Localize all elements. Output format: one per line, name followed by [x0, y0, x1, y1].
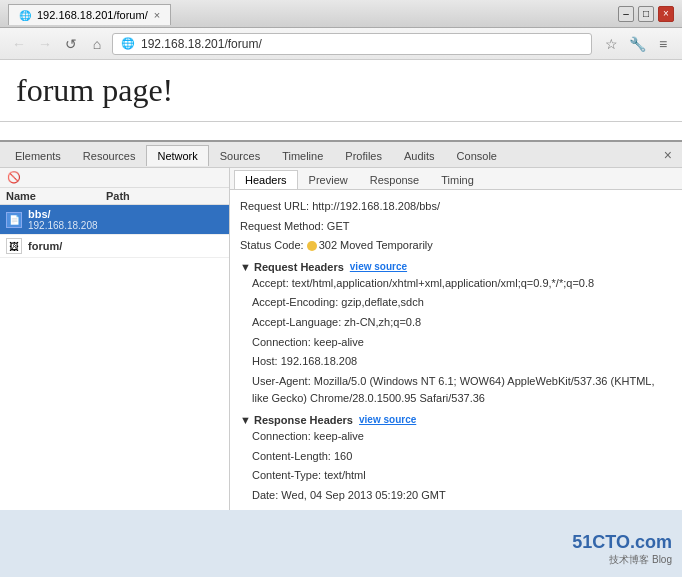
- status-code-row: Status Code: 302 Moved Temporarily: [240, 237, 672, 255]
- item-info: bbs/ 192.168.18.208: [28, 208, 98, 231]
- network-right-panel: Headers Preview Response Timing Request …: [230, 168, 682, 510]
- accept-encoding-row: Accept-Encoding: gzip,deflate,sdch: [252, 294, 672, 312]
- location-row: Location: http://192.168.18.201/forum/: [252, 506, 672, 510]
- tab-title: 192.168.18.201/forum/: [37, 9, 148, 21]
- status-code-val: 302 Moved Temporarily: [307, 239, 433, 251]
- address-bar[interactable]: 🌐 192.168.18.201/forum/: [112, 33, 592, 55]
- network-toolbar: 🚫: [0, 168, 229, 188]
- request-headers-section: ▼ Request Headers view source: [240, 261, 672, 273]
- tab-favicon: 🌐: [19, 10, 31, 21]
- extension-button[interactable]: 🔧: [626, 33, 648, 55]
- connection-row: Connection: keep-alive: [252, 334, 672, 352]
- network-items-list: 📄 bbs/ 192.168.18.208 🖼 forum/: [0, 205, 229, 510]
- devtools-tab-bar: Elements Resources Network Sources Timel…: [0, 142, 682, 168]
- response-headers-label: ▼ Response Headers: [240, 414, 353, 426]
- network-item[interactable]: 📄 bbs/ 192.168.18.208: [0, 205, 229, 235]
- tab-resources[interactable]: Resources: [72, 145, 147, 166]
- item-name: bbs/: [28, 208, 98, 220]
- conn2-row: Connection: keep-alive: [252, 428, 672, 446]
- item-icon: 🖼: [6, 238, 22, 254]
- browser-tab[interactable]: 🌐 192.168.18.201/forum/ ×: [8, 4, 171, 25]
- detail-tabs: Headers Preview Response Timing: [230, 168, 682, 190]
- content-length-row: Content-Length: 160: [252, 448, 672, 466]
- request-url-row: Request URL: http://192.168.18.208/bbs/: [240, 198, 672, 216]
- address-text: 192.168.18.201/forum/: [141, 37, 583, 51]
- column-headers: Name Path: [0, 188, 229, 205]
- response-headers-section: ▼ Response Headers view source: [240, 414, 672, 426]
- tab-sources[interactable]: Sources: [209, 145, 271, 166]
- request-url-label: Request URL:: [240, 200, 309, 212]
- view-source-request[interactable]: view source: [350, 261, 407, 272]
- tab-preview[interactable]: Preview: [298, 170, 359, 189]
- content-type-row: Content-Type: text/html: [252, 467, 672, 485]
- page-heading: forum page!: [16, 72, 666, 109]
- status-code-label: Status Code:: [240, 239, 304, 251]
- minimize-button[interactable]: –: [618, 6, 634, 22]
- tab-network[interactable]: Network: [146, 145, 208, 166]
- close-button[interactable]: ×: [658, 6, 674, 22]
- tab-headers[interactable]: Headers: [234, 170, 298, 189]
- maximize-button[interactable]: □: [638, 6, 654, 22]
- accept-language-row: Accept-Language: zh-CN,zh;q=0.8: [252, 314, 672, 332]
- request-method-label: Request Method:: [240, 220, 324, 232]
- watermark: 51CTO.com 技术博客 Blog: [572, 532, 672, 567]
- browser-content: forum page!: [0, 60, 682, 140]
- navigation-bar: ← → ↺ ⌂ 🌐 192.168.18.201/forum/ ☆ 🔧 ≡: [0, 28, 682, 60]
- host-row: Host: 192.168.18.208: [252, 353, 672, 371]
- item-icon: 📄: [6, 212, 22, 228]
- tab-timeline[interactable]: Timeline: [271, 145, 334, 166]
- network-left-panel: 🚫 Name Path 📄 bbs/ 192.168.18.208 🖼 f: [0, 168, 230, 510]
- path-column-header: Path: [106, 190, 130, 202]
- tab-profiles[interactable]: Profiles: [334, 145, 393, 166]
- home-button[interactable]: ⌂: [86, 33, 108, 55]
- headers-content: Request URL: http://192.168.18.208/bbs/ …: [230, 190, 682, 510]
- item-host: 192.168.18.208: [28, 220, 98, 231]
- request-headers-label: ▼ Request Headers: [240, 261, 344, 273]
- back-button[interactable]: ←: [8, 33, 30, 55]
- devtools-panel: Elements Resources Network Sources Timel…: [0, 140, 682, 510]
- name-column-header: Name: [6, 190, 106, 202]
- tab-timing[interactable]: Timing: [430, 170, 485, 189]
- status-icon: [307, 241, 317, 251]
- forward-button[interactable]: →: [34, 33, 56, 55]
- request-url-val: http://192.168.18.208/bbs/: [312, 200, 440, 212]
- devtools-body: 🚫 Name Path 📄 bbs/ 192.168.18.208 🖼 f: [0, 168, 682, 510]
- accept-row: Accept: text/html,application/xhtml+xml,…: [252, 275, 672, 293]
- window-controls: – □ ×: [618, 6, 674, 22]
- useragent-row: User-Agent: Mozilla/5.0 (Windows NT 6.1;…: [252, 373, 672, 408]
- item-name: forum/: [28, 240, 62, 252]
- clear-button[interactable]: 🚫: [4, 170, 24, 185]
- view-source-response[interactable]: view source: [359, 414, 416, 425]
- menu-button[interactable]: ≡: [652, 33, 674, 55]
- address-icon: 🌐: [121, 37, 135, 50]
- date-row: Date: Wed, 04 Sep 2013 05:19:20 GMT: [252, 487, 672, 505]
- watermark-subtitle: 技术博客 Blog: [572, 553, 672, 567]
- tab-elements[interactable]: Elements: [4, 145, 72, 166]
- devtools-close-button[interactable]: ×: [658, 147, 678, 163]
- item-info: forum/: [28, 240, 62, 252]
- request-method-row: Request Method: GET: [240, 218, 672, 236]
- nav-right-icons: ☆ 🔧 ≡: [600, 33, 674, 55]
- title-bar: 🌐 192.168.18.201/forum/ × – □ ×: [0, 0, 682, 28]
- watermark-brand: 51CTO.com: [572, 532, 672, 553]
- tab-audits[interactable]: Audits: [393, 145, 446, 166]
- request-method-val: GET: [327, 220, 350, 232]
- request-headers-detail: Accept: text/html,application/xhtml+xml,…: [240, 275, 672, 408]
- tab-console[interactable]: Console: [446, 145, 508, 166]
- bookmark-button[interactable]: ☆: [600, 33, 622, 55]
- tab-close-button[interactable]: ×: [154, 9, 160, 21]
- reload-button[interactable]: ↺: [60, 33, 82, 55]
- network-item[interactable]: 🖼 forum/: [0, 235, 229, 258]
- response-headers-detail: Connection: keep-alive Content-Length: 1…: [240, 428, 672, 510]
- tab-response[interactable]: Response: [359, 170, 431, 189]
